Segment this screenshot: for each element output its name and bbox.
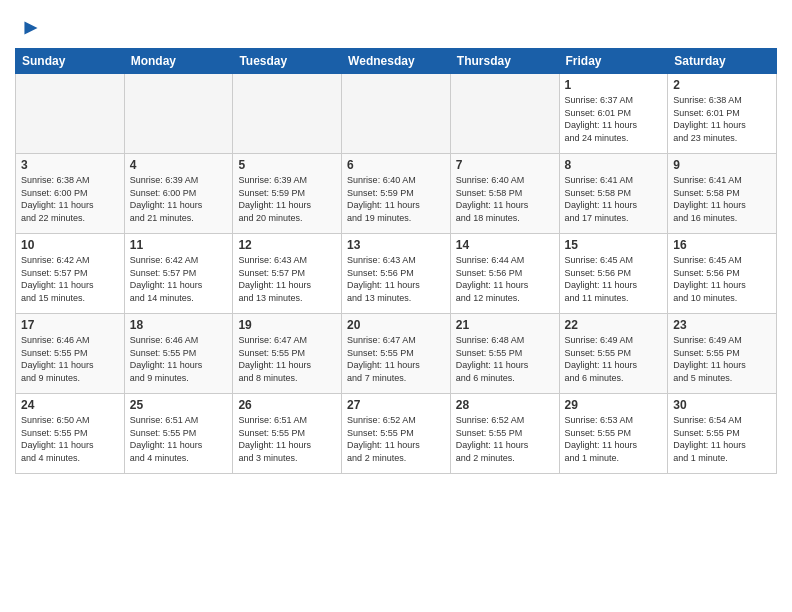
day-number: 29 bbox=[565, 398, 663, 412]
day-number: 26 bbox=[238, 398, 336, 412]
weekday-header: Saturday bbox=[668, 49, 777, 74]
day-number: 8 bbox=[565, 158, 663, 172]
weekday-header: Monday bbox=[124, 49, 233, 74]
day-number: 20 bbox=[347, 318, 445, 332]
logo bbox=[15, 14, 45, 42]
day-number: 14 bbox=[456, 238, 554, 252]
calendar-week-row: 17Sunrise: 6:46 AMSunset: 5:55 PMDayligh… bbox=[16, 314, 777, 394]
day-info: Sunrise: 6:39 AMSunset: 5:59 PMDaylight:… bbox=[238, 174, 336, 224]
calendar-cell: 14Sunrise: 6:44 AMSunset: 5:56 PMDayligh… bbox=[450, 234, 559, 314]
calendar-cell: 28Sunrise: 6:52 AMSunset: 5:55 PMDayligh… bbox=[450, 394, 559, 474]
calendar: SundayMondayTuesdayWednesdayThursdayFrid… bbox=[15, 48, 777, 474]
day-info: Sunrise: 6:52 AMSunset: 5:55 PMDaylight:… bbox=[456, 414, 554, 464]
calendar-week-row: 10Sunrise: 6:42 AMSunset: 5:57 PMDayligh… bbox=[16, 234, 777, 314]
calendar-cell: 24Sunrise: 6:50 AMSunset: 5:55 PMDayligh… bbox=[16, 394, 125, 474]
calendar-cell: 8Sunrise: 6:41 AMSunset: 5:58 PMDaylight… bbox=[559, 154, 668, 234]
calendar-cell: 26Sunrise: 6:51 AMSunset: 5:55 PMDayligh… bbox=[233, 394, 342, 474]
calendar-cell: 7Sunrise: 6:40 AMSunset: 5:58 PMDaylight… bbox=[450, 154, 559, 234]
day-number: 7 bbox=[456, 158, 554, 172]
day-number: 18 bbox=[130, 318, 228, 332]
day-number: 9 bbox=[673, 158, 771, 172]
day-info: Sunrise: 6:48 AMSunset: 5:55 PMDaylight:… bbox=[456, 334, 554, 384]
day-number: 13 bbox=[347, 238, 445, 252]
calendar-cell bbox=[342, 74, 451, 154]
day-info: Sunrise: 6:53 AMSunset: 5:55 PMDaylight:… bbox=[565, 414, 663, 464]
day-number: 15 bbox=[565, 238, 663, 252]
day-number: 1 bbox=[565, 78, 663, 92]
calendar-cell: 27Sunrise: 6:52 AMSunset: 5:55 PMDayligh… bbox=[342, 394, 451, 474]
day-number: 24 bbox=[21, 398, 119, 412]
svg-marker-0 bbox=[24, 21, 37, 34]
day-number: 11 bbox=[130, 238, 228, 252]
calendar-cell: 20Sunrise: 6:47 AMSunset: 5:55 PMDayligh… bbox=[342, 314, 451, 394]
weekday-header: Thursday bbox=[450, 49, 559, 74]
calendar-cell: 19Sunrise: 6:47 AMSunset: 5:55 PMDayligh… bbox=[233, 314, 342, 394]
weekday-header: Wednesday bbox=[342, 49, 451, 74]
day-info: Sunrise: 6:40 AMSunset: 5:58 PMDaylight:… bbox=[456, 174, 554, 224]
calendar-cell: 23Sunrise: 6:49 AMSunset: 5:55 PMDayligh… bbox=[668, 314, 777, 394]
calendar-cell: 13Sunrise: 6:43 AMSunset: 5:56 PMDayligh… bbox=[342, 234, 451, 314]
calendar-cell: 4Sunrise: 6:39 AMSunset: 6:00 PMDaylight… bbox=[124, 154, 233, 234]
calendar-cell: 30Sunrise: 6:54 AMSunset: 5:55 PMDayligh… bbox=[668, 394, 777, 474]
day-number: 25 bbox=[130, 398, 228, 412]
day-number: 3 bbox=[21, 158, 119, 172]
calendar-cell: 1Sunrise: 6:37 AMSunset: 6:01 PMDaylight… bbox=[559, 74, 668, 154]
day-info: Sunrise: 6:45 AMSunset: 5:56 PMDaylight:… bbox=[673, 254, 771, 304]
calendar-cell: 5Sunrise: 6:39 AMSunset: 5:59 PMDaylight… bbox=[233, 154, 342, 234]
weekday-header: Sunday bbox=[16, 49, 125, 74]
day-number: 22 bbox=[565, 318, 663, 332]
weekday-header: Tuesday bbox=[233, 49, 342, 74]
header bbox=[15, 10, 777, 42]
day-number: 4 bbox=[130, 158, 228, 172]
day-number: 28 bbox=[456, 398, 554, 412]
day-number: 19 bbox=[238, 318, 336, 332]
day-info: Sunrise: 6:38 AMSunset: 6:01 PMDaylight:… bbox=[673, 94, 771, 144]
calendar-cell bbox=[16, 74, 125, 154]
calendar-cell: 29Sunrise: 6:53 AMSunset: 5:55 PMDayligh… bbox=[559, 394, 668, 474]
day-info: Sunrise: 6:40 AMSunset: 5:59 PMDaylight:… bbox=[347, 174, 445, 224]
weekday-header: Friday bbox=[559, 49, 668, 74]
weekday-header-row: SundayMondayTuesdayWednesdayThursdayFrid… bbox=[16, 49, 777, 74]
day-info: Sunrise: 6:50 AMSunset: 5:55 PMDaylight:… bbox=[21, 414, 119, 464]
day-number: 16 bbox=[673, 238, 771, 252]
calendar-cell: 18Sunrise: 6:46 AMSunset: 5:55 PMDayligh… bbox=[124, 314, 233, 394]
calendar-cell: 17Sunrise: 6:46 AMSunset: 5:55 PMDayligh… bbox=[16, 314, 125, 394]
calendar-week-row: 1Sunrise: 6:37 AMSunset: 6:01 PMDaylight… bbox=[16, 74, 777, 154]
day-info: Sunrise: 6:41 AMSunset: 5:58 PMDaylight:… bbox=[673, 174, 771, 224]
day-info: Sunrise: 6:42 AMSunset: 5:57 PMDaylight:… bbox=[130, 254, 228, 304]
day-info: Sunrise: 6:49 AMSunset: 5:55 PMDaylight:… bbox=[565, 334, 663, 384]
day-info: Sunrise: 6:52 AMSunset: 5:55 PMDaylight:… bbox=[347, 414, 445, 464]
day-info: Sunrise: 6:47 AMSunset: 5:55 PMDaylight:… bbox=[238, 334, 336, 384]
calendar-cell: 16Sunrise: 6:45 AMSunset: 5:56 PMDayligh… bbox=[668, 234, 777, 314]
calendar-cell: 15Sunrise: 6:45 AMSunset: 5:56 PMDayligh… bbox=[559, 234, 668, 314]
day-info: Sunrise: 6:49 AMSunset: 5:55 PMDaylight:… bbox=[673, 334, 771, 384]
day-info: Sunrise: 6:39 AMSunset: 6:00 PMDaylight:… bbox=[130, 174, 228, 224]
calendar-cell: 11Sunrise: 6:42 AMSunset: 5:57 PMDayligh… bbox=[124, 234, 233, 314]
calendar-cell: 21Sunrise: 6:48 AMSunset: 5:55 PMDayligh… bbox=[450, 314, 559, 394]
day-info: Sunrise: 6:51 AMSunset: 5:55 PMDaylight:… bbox=[238, 414, 336, 464]
calendar-cell bbox=[124, 74, 233, 154]
day-info: Sunrise: 6:46 AMSunset: 5:55 PMDaylight:… bbox=[130, 334, 228, 384]
day-number: 2 bbox=[673, 78, 771, 92]
calendar-week-row: 24Sunrise: 6:50 AMSunset: 5:55 PMDayligh… bbox=[16, 394, 777, 474]
calendar-cell: 22Sunrise: 6:49 AMSunset: 5:55 PMDayligh… bbox=[559, 314, 668, 394]
calendar-week-row: 3Sunrise: 6:38 AMSunset: 6:00 PMDaylight… bbox=[16, 154, 777, 234]
day-number: 21 bbox=[456, 318, 554, 332]
day-info: Sunrise: 6:43 AMSunset: 5:57 PMDaylight:… bbox=[238, 254, 336, 304]
day-number: 17 bbox=[21, 318, 119, 332]
day-info: Sunrise: 6:45 AMSunset: 5:56 PMDaylight:… bbox=[565, 254, 663, 304]
day-number: 12 bbox=[238, 238, 336, 252]
calendar-cell: 9Sunrise: 6:41 AMSunset: 5:58 PMDaylight… bbox=[668, 154, 777, 234]
day-info: Sunrise: 6:38 AMSunset: 6:00 PMDaylight:… bbox=[21, 174, 119, 224]
day-info: Sunrise: 6:43 AMSunset: 5:56 PMDaylight:… bbox=[347, 254, 445, 304]
calendar-cell: 12Sunrise: 6:43 AMSunset: 5:57 PMDayligh… bbox=[233, 234, 342, 314]
day-info: Sunrise: 6:42 AMSunset: 5:57 PMDaylight:… bbox=[21, 254, 119, 304]
day-info: Sunrise: 6:51 AMSunset: 5:55 PMDaylight:… bbox=[130, 414, 228, 464]
day-number: 30 bbox=[673, 398, 771, 412]
calendar-cell: 3Sunrise: 6:38 AMSunset: 6:00 PMDaylight… bbox=[16, 154, 125, 234]
calendar-cell: 6Sunrise: 6:40 AMSunset: 5:59 PMDaylight… bbox=[342, 154, 451, 234]
day-info: Sunrise: 6:46 AMSunset: 5:55 PMDaylight:… bbox=[21, 334, 119, 384]
day-info: Sunrise: 6:54 AMSunset: 5:55 PMDaylight:… bbox=[673, 414, 771, 464]
day-number: 10 bbox=[21, 238, 119, 252]
day-info: Sunrise: 6:47 AMSunset: 5:55 PMDaylight:… bbox=[347, 334, 445, 384]
